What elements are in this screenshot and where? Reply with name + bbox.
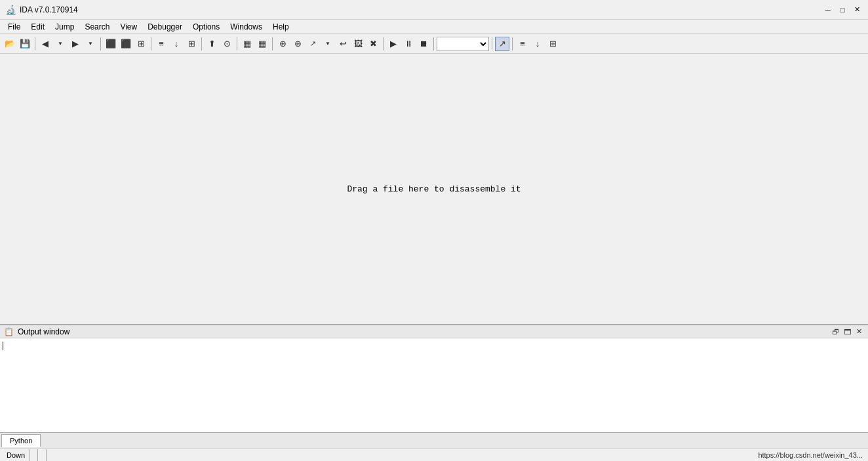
back-button[interactable]: ◀ xyxy=(38,37,52,51)
debug-dropdown[interactable] xyxy=(437,37,489,51)
output-content[interactable] xyxy=(0,338,868,432)
status-right: https://blog.csdn.net/weixin_43... xyxy=(758,451,865,459)
sep1 xyxy=(35,37,35,50)
status-left: Down xyxy=(3,449,47,461)
output-controls: 🗗 🗖 ✕ xyxy=(830,327,864,337)
list-btn2[interactable]: ↓ xyxy=(530,37,545,51)
status-empty1 xyxy=(30,449,38,461)
play-button[interactable]: ▶ xyxy=(386,37,401,51)
nav-btn1[interactable]: ⬛ xyxy=(104,37,118,51)
open-file-button[interactable]: 📂 xyxy=(3,37,17,51)
menu-windows[interactable]: Windows xyxy=(225,20,267,33)
nav-btn2[interactable]: ⬛ xyxy=(119,37,133,51)
stop-cross-btn[interactable]: ✖ xyxy=(366,37,380,51)
graph-btn1[interactable]: ▦ xyxy=(240,37,254,51)
output-maximize-button[interactable]: 🗖 xyxy=(842,327,852,337)
list-btn1[interactable]: ≡ xyxy=(515,37,530,51)
output-restore-button[interactable]: 🗗 xyxy=(830,327,840,337)
func-btn2[interactable]: ↓ xyxy=(169,37,184,51)
jump-dropdown[interactable]: ▼ xyxy=(321,37,335,51)
drag-drop-message: Drag a file here to disassemble it xyxy=(347,184,521,194)
output-close-button[interactable]: ✕ xyxy=(854,327,864,337)
list-btn3[interactable]: ⊞ xyxy=(545,37,560,51)
sep5 xyxy=(237,37,237,50)
status-down: Down xyxy=(3,449,30,461)
sep9 xyxy=(492,37,492,50)
nav-btn3[interactable]: ⊞ xyxy=(134,37,148,51)
sep7 xyxy=(383,37,384,50)
output-cursor xyxy=(3,342,3,350)
output-icon: 📋 xyxy=(4,327,14,336)
up-button[interactable]: ⬆ xyxy=(205,37,219,51)
title-bar: 🔬 IDA v7.0.170914 ─ □ ✕ xyxy=(0,0,868,20)
forward-dropdown[interactable]: ▼ xyxy=(83,37,98,51)
sep10 xyxy=(512,37,513,50)
maximize-button[interactable]: □ xyxy=(837,4,848,16)
add2-btn[interactable]: ⊕ xyxy=(290,37,305,51)
title-text: IDA v7.0.170914 xyxy=(20,5,78,14)
menu-options[interactable]: Options xyxy=(187,20,225,33)
app-icon: 🔬 xyxy=(5,5,16,15)
sep6 xyxy=(272,37,273,50)
output-header-left: 📋 Output window xyxy=(4,327,69,336)
graph-btn2[interactable]: ▦ xyxy=(255,37,269,51)
sep8 xyxy=(433,37,434,50)
menu-search[interactable]: Search xyxy=(79,20,115,33)
menu-file[interactable]: File xyxy=(3,20,26,33)
circle-button[interactable]: ⊙ xyxy=(220,37,234,51)
output-panel: 📋 Output window 🗗 🗖 ✕ xyxy=(0,324,868,432)
toolbar: 📂 💾 ◀ ▼ ▶ ▼ ⬛ ⬛ ⊞ ≡ ↓ ⊞ ⬆ ⊙ ▦ ▦ ⊕ ⊕ ↗ ▼ … xyxy=(0,34,868,54)
window-controls: ─ □ ✕ xyxy=(822,4,863,16)
menu-help[interactable]: Help xyxy=(267,20,294,33)
menu-edit[interactable]: Edit xyxy=(26,20,50,33)
frame-btn[interactable]: 🖼 xyxy=(351,37,365,51)
output-header: 📋 Output window 🗗 🗖 ✕ xyxy=(0,325,868,338)
menu-jump[interactable]: Jump xyxy=(50,20,79,33)
pause-button[interactable]: ⏸ xyxy=(401,37,416,51)
ret-btn[interactable]: ↩ xyxy=(336,37,350,51)
jump-btn[interactable]: ↗ xyxy=(306,37,320,51)
func-btn1[interactable]: ≡ xyxy=(154,37,168,51)
stop2-button[interactable]: ⏹ xyxy=(416,37,431,51)
tab-python[interactable]: Python xyxy=(1,434,41,447)
menu-debugger[interactable]: Debugger xyxy=(142,20,187,33)
tab-bar: Python xyxy=(0,432,868,448)
save-button[interactable]: 💾 xyxy=(18,37,32,51)
minimize-button[interactable]: ─ xyxy=(822,4,834,16)
sep4 xyxy=(201,37,202,50)
back-dropdown[interactable]: ▼ xyxy=(53,37,68,51)
close-button[interactable]: ✕ xyxy=(851,4,863,16)
status-empty2 xyxy=(38,449,47,461)
forward-button[interactable]: ▶ xyxy=(68,37,83,51)
menu-bar: File Edit Jump Search View Debugger Opti… xyxy=(0,20,868,34)
sep2 xyxy=(100,37,101,50)
sep3 xyxy=(151,37,151,50)
status-bar: Down https://blog.csdn.net/weixin_43... xyxy=(0,448,868,461)
main-workspace: Drag a file here to disassemble it xyxy=(0,54,868,324)
output-title: Output window xyxy=(18,327,69,336)
func-btn3[interactable]: ⊞ xyxy=(184,37,199,51)
title-bar-left: 🔬 IDA v7.0.170914 xyxy=(5,5,78,15)
menu-view[interactable]: View xyxy=(115,20,142,33)
add-btn[interactable]: ⊕ xyxy=(275,37,290,51)
step-active-button[interactable]: ↗ xyxy=(495,37,509,51)
